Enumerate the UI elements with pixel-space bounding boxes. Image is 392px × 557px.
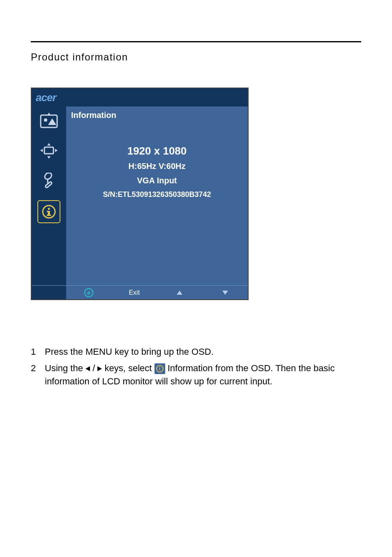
osd-input-source: VGA Input <box>71 176 243 185</box>
svg-marker-8 <box>55 149 58 152</box>
osd-frequency: H:65Hz V:60Hz <box>71 162 243 171</box>
instr-text-fragment: Using the <box>45 363 85 373</box>
instruction-number: 1 <box>31 345 45 358</box>
svg-point-1 <box>44 118 47 122</box>
instruction-item: 1 Press the MENU key to bring up the OSD… <box>31 345 361 358</box>
osd-panel: acer <box>31 88 249 300</box>
svg-marker-2 <box>48 118 56 125</box>
svg-marker-5 <box>47 143 51 146</box>
instruction-number: 2 <box>31 362 45 388</box>
instr-text-fragment: keys, select <box>102 363 154 373</box>
picture-icon <box>40 113 58 128</box>
osd-footer-buttons: e Exit <box>66 286 248 299</box>
osd-serial-number: S/N:ETL53091326350380B3742 <box>71 190 243 199</box>
osd-section-title: Information <box>71 111 243 120</box>
arrow-left-icon <box>85 366 90 371</box>
osd-resolution: 1920 x 1080 <box>71 145 243 157</box>
instruction-text: Press the MENU key to bring up the OSD. <box>45 345 361 358</box>
instruction-item: 2 Using the / keys, select i Information… <box>31 362 361 388</box>
arrow-right-icon <box>97 366 102 371</box>
svg-point-13 <box>48 208 50 210</box>
svg-rect-16 <box>47 215 51 216</box>
empowering-icon: e <box>84 288 93 297</box>
osd-footer-spacer <box>32 286 66 299</box>
instructions-list: 1 Press the MENU key to bring up the OSD… <box>31 345 361 388</box>
footer-up-button[interactable] <box>157 291 203 295</box>
osd-body: Information 1920 x 1080 H:65Hz V:60Hz VG… <box>32 106 248 285</box>
arrow-up-icon <box>177 291 182 295</box>
svg-marker-7 <box>40 149 43 152</box>
svg-rect-15 <box>47 211 49 212</box>
sidebar-item-picture[interactable] <box>37 109 60 132</box>
osd-content-panel: Information 1920 x 1080 H:65Hz V:60Hz VG… <box>66 106 248 285</box>
svg-rect-4 <box>44 147 53 154</box>
inline-info-icon: i <box>154 363 165 374</box>
sidebar-item-information[interactable] <box>37 200 60 223</box>
brand-logo: acer <box>36 91 56 104</box>
osd-footer: e Exit <box>32 285 248 299</box>
footer-empower-button[interactable]: e <box>66 288 112 297</box>
footer-down-button[interactable] <box>203 291 248 295</box>
instruction-text: Using the / keys, select i Information f… <box>45 362 361 388</box>
svg-marker-6 <box>47 156 51 159</box>
settings-icon <box>39 173 58 190</box>
osd-brand-bar: acer <box>32 88 248 106</box>
svg-rect-10 <box>45 181 52 188</box>
footer-exit-button[interactable]: Exit <box>112 289 157 296</box>
svg-rect-0 <box>41 115 57 127</box>
page-title: Product information <box>31 51 361 63</box>
arrow-down-icon <box>222 291 228 295</box>
svg-marker-3 <box>47 113 51 115</box>
info-icon <box>41 204 57 220</box>
sidebar-item-settings[interactable] <box>37 170 60 193</box>
horizontal-divider <box>31 41 361 42</box>
position-icon <box>39 142 58 159</box>
sidebar-item-osd-position[interactable] <box>37 139 60 162</box>
osd-sidebar <box>32 106 66 285</box>
